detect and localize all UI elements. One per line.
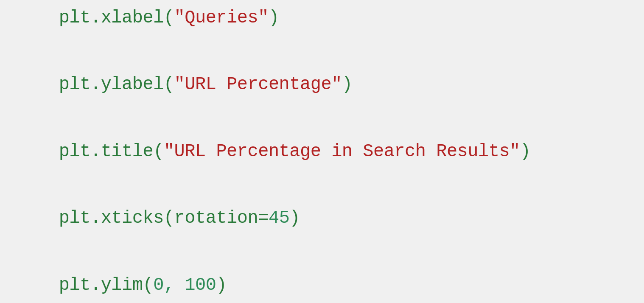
plt-ylim-close: ): [216, 275, 227, 295]
code-line-4: plt.ylabel("URL Percentage"): [17, 51, 572, 118]
plt-ylabel-keyword: plt.ylabel(: [59, 74, 174, 95]
code-line-5: plt.title("URL Percentage in Search Resu…: [17, 118, 572, 185]
plt-xlabel-close: ): [269, 8, 279, 28]
plt-title-close: ): [520, 141, 531, 162]
code-line-3: plt.xlabel("Queries"): [17, 0, 572, 51]
code-line-7: plt.ylim(0, 100): [17, 252, 572, 303]
code-block: # Plotting the URL percentages with sort…: [17, 0, 572, 303]
plt-ylim-keyword: plt.ylim(: [59, 275, 153, 295]
plt-xlabel-keyword: plt.xlabel(: [59, 8, 174, 28]
title-string: "URL Percentage in Search Results": [164, 141, 520, 162]
ylabel-string: "URL Percentage": [174, 74, 342, 95]
code-line-6: plt.xticks(rotation=45): [17, 185, 572, 252]
plt-title-keyword: plt.title(: [59, 141, 164, 162]
plt-xticks-close: ): [289, 208, 300, 228]
xlabel-string: "Queries": [174, 8, 269, 28]
plt-xticks-keyword: plt.xticks(rotation=: [59, 208, 269, 228]
xticks-value: 45: [269, 208, 289, 228]
plt-ylabel-close: ): [342, 74, 353, 95]
ylim-values: 0, 100: [153, 275, 216, 295]
